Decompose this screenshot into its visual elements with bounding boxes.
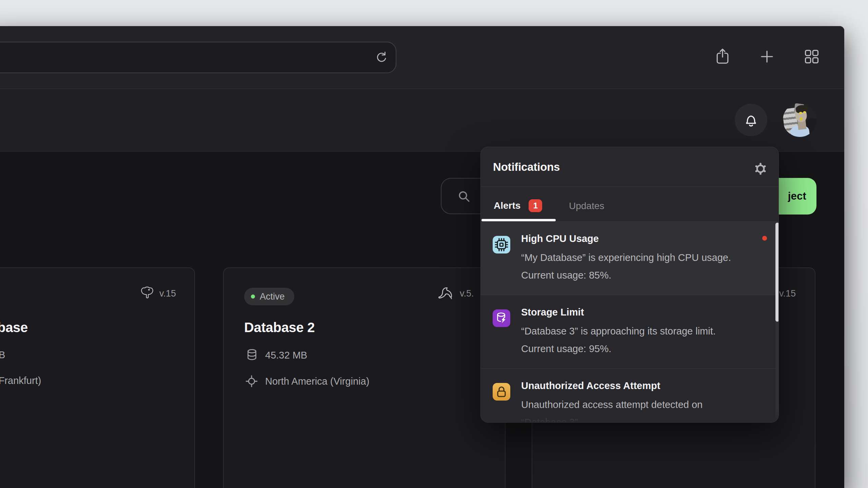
database-card-partial-left[interactable]: v.15 base B (Frankfurt) [0,267,195,488]
cpu-chip-icon [493,236,510,253]
avatar-photo-highlight [799,112,802,114]
scrollbar-thumb[interactable] [775,223,779,322]
user-avatar[interactable] [783,103,817,137]
postgresql-elephant-icon [138,285,156,304]
panel-bottom-fade [481,406,778,422]
card-size-fragment: B [0,349,5,361]
notifications-bell-button[interactable] [735,104,767,136]
share-icon [713,46,732,66]
status-badge: Active [244,288,294,305]
tab-updates[interactable]: Updates [569,201,604,211]
notification-message: “My Database” is experiencing high CPU u… [521,252,731,263]
notification-item-storage-limit[interactable]: Storage Limit “Database 3” is approachin… [481,295,778,368]
card-size-value: 45.32 MB [265,350,307,361]
card-title-fragment: base [0,320,28,335]
notification-title: Unauthorized Access Attempt [521,380,660,391]
notification-item-high-cpu[interactable]: High CPU Usage “My Database” is experien… [481,222,778,295]
bell-icon [743,112,759,128]
database-cylinder-icon [245,348,259,362]
reload-button[interactable] [374,49,389,65]
card-title: Database 2 [244,320,315,335]
card-size-row: 45.32 MB [245,348,307,362]
location-target-icon [244,374,259,389]
notifications-panel-header: Notifications [481,147,778,187]
app-header [0,89,844,152]
engine-version-label: v.5. [460,288,474,299]
notification-message: “Database 3” is approaching its storage … [521,326,716,337]
plus-icon [759,49,775,64]
notifications-panel: Notifications Alerts 1 Updates [480,147,779,423]
notifications-tabbar: Alerts 1 Updates [481,187,778,222]
tab-overview-button[interactable] [803,48,821,65]
notification-settings-button[interactable] [753,161,768,176]
tab-alerts[interactable]: Alerts 1 [494,199,542,212]
engine-version-label: v.15 [159,288,176,299]
url-bar[interactable] [0,42,396,73]
card-region-value: North America (Virginia) [265,376,369,387]
engine-version-label: v.15 [779,288,796,299]
gear-icon [753,161,768,176]
avatar-photo-highlight [800,117,803,120]
status-dot [251,294,255,299]
active-tab-underline [481,219,556,221]
database-lightning-icon [493,309,510,327]
padlock-icon [493,383,510,401]
grid-icon [803,48,821,65]
new-tab-button[interactable] [759,49,775,64]
notification-message: Current usage: 85%. [521,270,611,281]
search-icon [456,189,472,204]
notification-message: Current usage: 95%. [521,343,611,354]
avatar-photo-highlight [803,111,806,113]
status-label: Active [260,291,285,302]
notifications-title: Notifications [493,161,560,174]
database-card-database-2[interactable]: Active v.5. Database 2 45.32 MB North Am… [223,267,506,488]
share-button[interactable] [713,46,732,66]
alerts-count-badge: 1 [529,199,542,212]
unread-dot [762,236,767,241]
mysql-dolphin-icon [435,284,456,305]
card-region-row: North America (Virginia) [244,374,369,389]
card-region-fragment: (Frankfurt) [0,375,41,386]
notification-title: High CPU Usage [521,233,599,244]
notification-title: Storage Limit [521,307,584,318]
reload-icon [374,49,389,65]
